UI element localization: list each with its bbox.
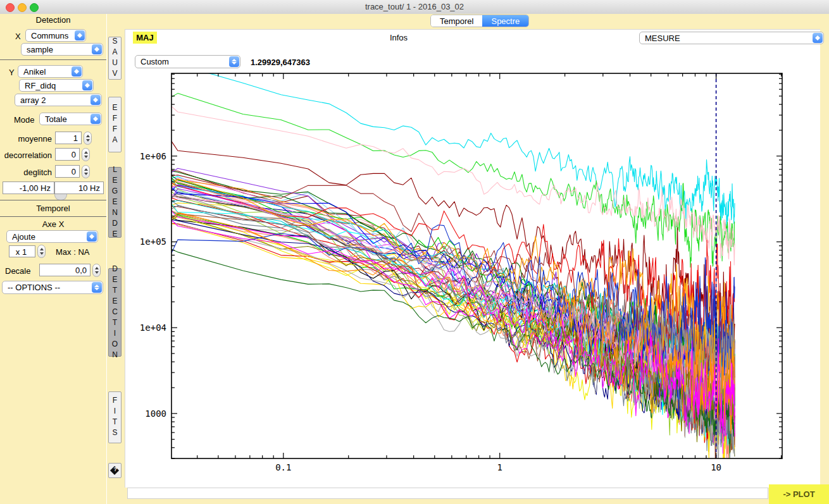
window-title: trace_tout/ 1 - 2016_03_02 xyxy=(0,2,829,11)
side-tab-effa[interactable]: EFFA xyxy=(108,97,122,152)
scale-custom-select[interactable]: Custom xyxy=(135,55,240,68)
freq-max-field[interactable]: 10 Hz xyxy=(54,181,104,194)
help-button[interactable]: ? xyxy=(108,463,122,478)
x-multiplier-field[interactable]: x 1 xyxy=(9,245,35,257)
decale-label: Decale xyxy=(5,266,30,276)
decale-field[interactable]: 0,0 xyxy=(39,264,90,276)
plot-button[interactable]: -> PLOT xyxy=(769,484,829,504)
side-tab-sauv[interactable]: SAUV xyxy=(108,37,122,80)
deglitch-field[interactable]: 0 xyxy=(55,165,80,178)
chevron-up-down-icon xyxy=(92,44,102,54)
decale-stepper[interactable] xyxy=(92,264,101,277)
temporel-section-title: Temporel xyxy=(0,204,106,213)
decorrelation-stepper[interactable] xyxy=(82,148,90,161)
mesure-select[interactable]: MESURE xyxy=(639,32,824,44)
mode-label: Mode xyxy=(14,115,35,125)
x-axis-label: X xyxy=(15,32,21,41)
decorrelation-field[interactable]: 0 xyxy=(55,148,80,161)
x-sample-select[interactable]: sample xyxy=(21,43,103,56)
chevron-up-down-icon xyxy=(82,80,92,90)
y-source-select[interactable]: Anikel xyxy=(18,65,83,78)
svg-text:1e+04: 1e+04 xyxy=(140,323,166,333)
cursor-coordinates: 1.29929,647363 xyxy=(251,58,310,67)
x-source-select[interactable]: Communs xyxy=(25,29,86,42)
plot-canvas: 0.111010001e+041e+051e+06 xyxy=(125,29,820,488)
x-multiplier-stepper[interactable] xyxy=(37,245,46,258)
chevron-up-down-icon xyxy=(90,95,101,105)
divider xyxy=(0,59,106,60)
axe-x-label: Axe X xyxy=(0,219,106,229)
moyenne-stepper[interactable] xyxy=(84,132,92,145)
deglitch-stepper[interactable] xyxy=(82,165,90,178)
chevron-up-down-icon xyxy=(229,56,239,67)
window-titlebar: trace_tout/ 1 - 2016_03_02 xyxy=(0,0,829,15)
chevron-up-down-icon xyxy=(75,30,85,40)
moyenne-label: moyenne xyxy=(13,134,52,144)
detection-sidebar: Detection X Communs sample Y Anikel RF_d… xyxy=(0,14,107,504)
side-tab-legende[interactable]: LEGENDE xyxy=(108,167,122,238)
y-signal-select[interactable]: RF_didq xyxy=(19,79,94,92)
infos-label: Infos xyxy=(378,33,419,42)
tool-tabstrip: SAUV EFFA LEGENDE DETECTION FITS ? xyxy=(106,14,124,504)
max-na-label: Max : NA xyxy=(56,247,89,257)
y-axis-label: Y xyxy=(9,68,15,77)
mode-select[interactable]: Totale xyxy=(39,113,102,125)
help-diamond-icon: ? xyxy=(110,466,119,475)
view-mode-tabs: Temporel Spectre xyxy=(430,15,529,27)
freq-min-field[interactable]: -1,00 Hz xyxy=(3,181,54,194)
svg-text:10: 10 xyxy=(711,462,721,472)
svg-text:1: 1 xyxy=(497,462,502,472)
svg-text:1e+05: 1e+05 xyxy=(140,237,166,247)
divider xyxy=(0,200,106,200)
status-field[interactable] xyxy=(127,488,768,499)
svg-text:0.1: 0.1 xyxy=(275,462,291,472)
options-select[interactable]: -- OPTIONS -- xyxy=(2,281,103,294)
detection-panel-title: Detection xyxy=(0,15,106,25)
spectra-plot[interactable]: 0.111010001e+041e+051e+06 xyxy=(125,30,820,488)
side-tab-fits[interactable]: FITS xyxy=(108,391,122,443)
maj-button[interactable]: MAJ xyxy=(133,32,157,44)
chevron-up-down-icon xyxy=(813,33,823,43)
ajoute-select[interactable]: Ajoute xyxy=(6,230,98,243)
deglitch-label: deglitch xyxy=(13,168,52,177)
chevron-up-down-icon xyxy=(92,282,102,293)
tab-temporel[interactable]: Temporel xyxy=(431,15,482,27)
svg-text:1000: 1000 xyxy=(145,409,166,419)
svg-text:1e+06: 1e+06 xyxy=(140,151,166,161)
y-array-select[interactable]: array 2 xyxy=(15,94,102,106)
chevron-up-down-icon xyxy=(72,66,82,77)
tab-spectre[interactable]: Spectre xyxy=(482,15,528,27)
divider xyxy=(0,216,106,217)
chevron-up-down-icon xyxy=(90,114,101,124)
application-window: trace_tout/ 1 - 2016_03_02 Temporel Spec… xyxy=(0,0,829,504)
decorrelation-label: decorrelation xyxy=(3,151,52,160)
side-tab-detection[interactable]: DETECTION xyxy=(108,268,122,357)
chevron-up-down-icon xyxy=(87,231,97,242)
moyenne-field[interactable]: 1 xyxy=(55,132,82,144)
